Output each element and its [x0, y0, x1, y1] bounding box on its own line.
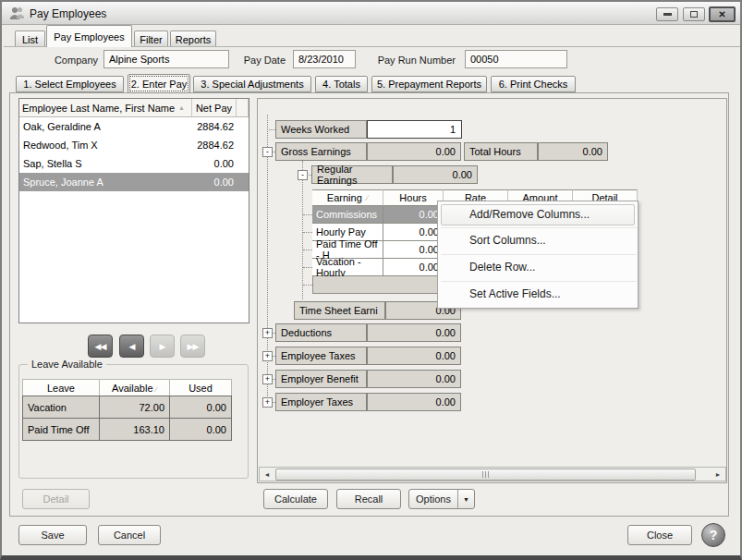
hours-cell[interactable]: 0.00: [383, 241, 444, 259]
total-hours-value: 0.00: [538, 142, 608, 161]
company-label: Company: [30, 55, 98, 66]
horizontal-scrollbar[interactable]: ◄ ►: [259, 467, 726, 481]
sort-ascending-icon: ▲: [178, 104, 185, 111]
expand-icon: +: [265, 328, 270, 337]
hours-column-header[interactable]: Hours: [383, 189, 444, 206]
menu-item-add-remove-columns[interactable]: Add/Remove Columns...: [469, 208, 590, 221]
scroll-left-icon: ◄: [264, 471, 271, 478]
scroll-right-icon: ►: [715, 471, 722, 478]
employee-row[interactable]: Oak, Geraldine A2884.62: [19, 117, 249, 136]
scroll-right-button[interactable]: ►: [711, 468, 725, 481]
previous-record-button[interactable]: ◀: [119, 335, 144, 358]
pay-run-number-label: Pay Run Number: [362, 55, 456, 66]
expand-employer-taxes-button[interactable]: +: [262, 397, 273, 408]
window-title: Pay Employees: [30, 7, 106, 20]
gross-earnings-value: 0.00: [367, 142, 461, 161]
collapse-gross-earnings-button[interactable]: -: [262, 147, 273, 157]
titlebar: Pay Employees ✕: [2, 2, 740, 25]
scrollbar-thumb[interactable]: [275, 469, 696, 481]
employee-name-column-header[interactable]: Employee Last Name, First Name ▲: [19, 99, 192, 116]
net-pay-column-header[interactable]: Net Pay: [192, 99, 237, 116]
subtab-enter-pay[interactable]: 2. Enter Pay: [128, 74, 190, 93]
expand-icon: +: [265, 351, 270, 360]
hours-cell[interactable]: 0.00: [383, 259, 444, 276]
help-icon: ?: [710, 528, 718, 542]
subtab-print-checks[interactable]: 6. Print Checks: [491, 76, 576, 92]
cancel-button[interactable]: Cancel: [98, 525, 161, 545]
options-dropdown-arrow-icon[interactable]: ▼: [457, 490, 474, 508]
restore-icon: [690, 11, 698, 18]
grid-context-menu: Add/Remove Columns... Sort Columns... De…: [437, 201, 639, 309]
time-sheet-earnings-label: Time Sheet Earni: [294, 301, 385, 320]
expand-deductions-button[interactable]: +: [262, 328, 273, 338]
close-window-button[interactable]: ✕: [709, 6, 736, 22]
tab-reports[interactable]: Reports: [170, 30, 216, 47]
tree-line: [303, 214, 312, 215]
restore-button[interactable]: [683, 7, 705, 21]
next-record-icon: ▶: [160, 342, 165, 351]
used-column-header[interactable]: Used: [170, 380, 232, 396]
calculate-button[interactable]: Calculate: [263, 489, 328, 509]
subtab-select-employees[interactable]: 1. Select Employees: [16, 76, 124, 92]
expand-employee-taxes-button[interactable]: +: [262, 351, 273, 361]
minimize-icon: [663, 13, 672, 16]
employee-row[interactable]: Redwood, Tim X2884.62: [19, 136, 249, 154]
weeks-worked-label: Weeks Worked: [275, 120, 367, 139]
earnings-empty-row[interactable]: [312, 276, 444, 294]
tab-list[interactable]: List: [15, 30, 45, 47]
employer-benefit-value: 0.00: [367, 370, 461, 388]
first-record-icon: ◀◀: [95, 342, 106, 351]
employee-row-selected[interactable]: Spruce, Joanne A0.00: [19, 173, 249, 191]
collapse-regular-earnings-button[interactable]: -: [298, 170, 308, 180]
subtab-prepayment-reports[interactable]: 5. Prepayment Reports: [371, 76, 487, 92]
save-button[interactable]: Save: [18, 525, 87, 545]
first-record-button[interactable]: ◀◀: [88, 335, 113, 358]
tree-line: [303, 267, 312, 268]
pay-date-label: Pay Date: [233, 55, 286, 66]
hours-cell[interactable]: 0.00: [383, 224, 444, 241]
tab-filter[interactable]: Filter: [134, 30, 168, 47]
subtab-totals[interactable]: 4. Totals: [315, 76, 368, 92]
next-record-button[interactable]: ▶: [150, 335, 175, 358]
pay-date-field[interactable]: 8/23/2010: [293, 50, 356, 68]
employee-taxes-value: 0.00: [367, 347, 461, 365]
tree-line: [267, 129, 275, 130]
leave-row[interactable]: Vacation 72.00 0.00: [23, 396, 232, 419]
employer-benefit-label: Employer Benefit: [275, 370, 367, 388]
earning-column-header[interactable]: Earning∕: [312, 189, 383, 206]
detail-button[interactable]: Detail: [22, 489, 90, 509]
recall-button[interactable]: Recall: [336, 489, 401, 509]
last-record-button[interactable]: ▶▶: [180, 335, 205, 358]
help-button[interactable]: ?: [701, 523, 725, 547]
close-button[interactable]: Close: [627, 525, 692, 545]
tab-pay-employees[interactable]: Pay Employees: [46, 25, 132, 47]
employee-list: Employee Last Name, First Name ▲ Net Pay…: [18, 98, 249, 323]
weeks-worked-input[interactable]: 1: [367, 120, 462, 139]
close-icon: ✕: [718, 9, 725, 19]
leave-column-header[interactable]: Leave: [23, 380, 100, 396]
employee-taxes-label: Employee Taxes: [275, 347, 367, 365]
menu-item-sort-columns[interactable]: Sort Columns...: [469, 234, 546, 247]
minimize-button[interactable]: [656, 7, 678, 21]
leave-row[interactable]: Paid Time Off 163.10 0.00: [23, 419, 232, 441]
subtab-special-adjustments[interactable]: 3. Special Adjustments: [193, 76, 311, 92]
expand-icon: +: [265, 374, 270, 383]
menu-item-delete-row[interactable]: Delete Row...: [469, 261, 535, 274]
regular-earnings-label: Regular Earnings: [311, 165, 393, 184]
tree-line: [303, 232, 312, 233]
leave-available-legend: Leave Available: [28, 359, 106, 370]
company-field[interactable]: Alpine Sports: [103, 50, 229, 68]
menu-item-set-active-fields[interactable]: Set Active Fields...: [469, 287, 561, 300]
pay-run-number-field[interactable]: 00050: [465, 50, 567, 68]
options-button[interactable]: Options ▼: [408, 489, 475, 509]
leave-table: Leave Available ∕ Used Vacation 72.00 0.…: [22, 379, 232, 441]
available-column-header[interactable]: Available ∕: [100, 380, 170, 396]
hours-cell[interactable]: 0.00: [383, 206, 444, 224]
expand-employer-benefit-button[interactable]: +: [262, 374, 273, 384]
deductions-label: Deductions: [275, 323, 367, 342]
deductions-value: 0.00: [367, 323, 461, 342]
collapse-icon: -: [301, 170, 304, 179]
last-record-icon: ▶▶: [188, 342, 199, 351]
scroll-left-button[interactable]: ◄: [260, 468, 274, 481]
employee-row[interactable]: Sap, Stella S0.00: [19, 154, 249, 173]
